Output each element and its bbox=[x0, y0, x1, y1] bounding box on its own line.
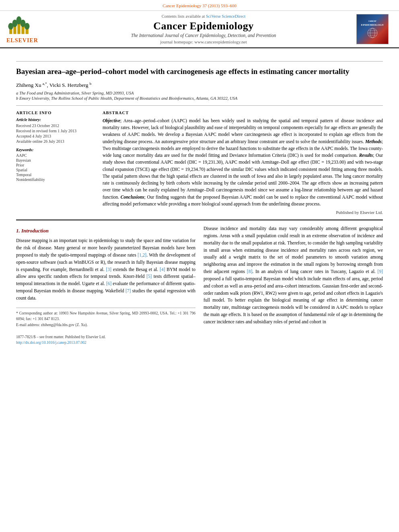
header-center: Contents lists available at SciVerse Sci… bbox=[55, 14, 352, 44]
homepage-label: journal homepage: bbox=[160, 39, 193, 44]
elsevier-logo-area: ELSEVIER bbox=[6, 14, 55, 44]
article-title: Bayesian area–age–period–cohort model wi… bbox=[16, 66, 383, 77]
accepted-date: Accepted 4 July 2013 bbox=[16, 134, 95, 138]
published-by: Published by Elsevier Ltd. bbox=[103, 210, 383, 215]
ref-5[interactable]: [5] bbox=[146, 274, 152, 279]
ref-4[interactable]: [4] bbox=[160, 267, 165, 272]
ref-7[interactable]: [7] bbox=[125, 288, 131, 293]
journal-homepage: journal homepage: www.cancerepidemiology… bbox=[160, 39, 247, 44]
abstract-text: Objective; Area–age–period–cohort (AAPC)… bbox=[103, 117, 383, 207]
footnote-area: * Corresponding author at: 10903 New Ham… bbox=[16, 308, 195, 346]
authors: Zhiheng Xu a,*, Vicki S. Hertzberg b bbox=[16, 82, 383, 88]
body-section: 1. Introduction Disease mapping is an im… bbox=[16, 225, 383, 346]
keywords-label: Keywords: bbox=[16, 148, 95, 152]
keyword-nonident: Nonidentifiability bbox=[16, 177, 95, 182]
abstract-col: ABSTRACT Objective; Area–age–period–coho… bbox=[103, 111, 383, 215]
affil-a: a The Food and Drug Administration, Silv… bbox=[16, 91, 383, 95]
article-info-abstract: ARTICLE INFO Article history: Received 2… bbox=[16, 111, 383, 215]
body-col-right: Disease incidence and mortality data may… bbox=[204, 225, 383, 346]
journal-cover: cancer EPIDEMIOLOGY bbox=[356, 14, 389, 44]
homepage-url: www.cancerepidemiology.net bbox=[194, 39, 247, 44]
elsevier-logo: ELSEVIER bbox=[6, 14, 38, 44]
ref-3[interactable]: [3] bbox=[106, 267, 111, 272]
cover-text: cancer EPIDEMIOLOGY bbox=[357, 19, 388, 27]
keyword-bayesian: Bayesian bbox=[16, 158, 95, 162]
journal-link[interactable]: Cancer Epidemiology 37 (2013) 593–600 bbox=[162, 3, 236, 8]
ref-9[interactable]: [9] bbox=[378, 269, 383, 274]
ref-6[interactable]: [6] bbox=[106, 281, 111, 286]
elsevier-text: ELSEVIER bbox=[6, 37, 38, 44]
keyword-aapc: AAPC bbox=[16, 153, 95, 158]
doi-link[interactable]: http://dx.doi.org/10.1016/j.canep.2013.0… bbox=[16, 341, 86, 345]
journal-title: Cancer Epidemiology bbox=[153, 20, 254, 32]
intro-para-left: Disease mapping is an important topic in… bbox=[16, 237, 195, 302]
mid-divider bbox=[16, 105, 383, 106]
sciverse-link[interactable]: SciVerse ScienceDirect bbox=[206, 14, 245, 18]
section-divider bbox=[16, 220, 383, 220]
journal-bar: Cancer Epidemiology 37 (2013) 593–600 bbox=[0, 0, 399, 11]
top-divider bbox=[16, 61, 383, 62]
revised-date: Received in revised form 1 July 2013 bbox=[16, 129, 95, 133]
header-section: ELSEVIER Contents lists available at Sci… bbox=[0, 11, 399, 48]
ref-1-2[interactable]: [1,2] bbox=[138, 253, 146, 257]
ref-8[interactable]: [8] bbox=[247, 269, 252, 274]
page: Cancer Epidemiology 37 (2013) 593–600 bbox=[0, 0, 399, 532]
journal-subtitle: The International Journal of Cancer Epid… bbox=[131, 33, 276, 38]
intro-heading: 1. Introduction bbox=[16, 227, 195, 235]
sciverse-line: Contents lists available at SciVerse Sci… bbox=[162, 14, 245, 18]
corresponding-author-note: * Corresponding author at: 10903 New Ham… bbox=[16, 310, 195, 322]
cover-globe-icon bbox=[364, 27, 380, 39]
svg-point-9 bbox=[25, 23, 30, 29]
sciverse-prefix: Contents lists available at bbox=[162, 14, 206, 18]
elsevier-tree-icon bbox=[6, 14, 31, 37]
article-content: Bayesian area–age–period–cohort model wi… bbox=[0, 48, 399, 354]
history-label: Article history: bbox=[16, 117, 95, 122]
keyword-prior: Prior bbox=[16, 163, 95, 167]
affil-b: b Emory University, The Rollins School o… bbox=[16, 96, 383, 101]
keyword-temporal: Temporal bbox=[16, 173, 95, 177]
body-col-left: 1. Introduction Disease mapping is an im… bbox=[16, 225, 195, 346]
online-date: Available online 26 July 2013 bbox=[16, 139, 95, 144]
article-info-col: ARTICLE INFO Article history: Received 2… bbox=[16, 111, 95, 215]
intro-para-right: Disease incidence and mortality data may… bbox=[204, 225, 383, 325]
received-date: Received 23 October 2012 bbox=[16, 123, 95, 128]
journal-cover-area: cancer EPIDEMIOLOGY bbox=[352, 14, 393, 44]
abstract-heading: ABSTRACT bbox=[103, 111, 383, 115]
article-info-heading: ARTICLE INFO bbox=[16, 111, 95, 115]
issn-line: 1877-7821/$ – see front matter. Publishe… bbox=[16, 334, 195, 340]
keyword-spatial: Spatial bbox=[16, 168, 95, 172]
email-note: E-mail address: zhiheng@fda.hhs.gov (Z. … bbox=[16, 322, 195, 328]
